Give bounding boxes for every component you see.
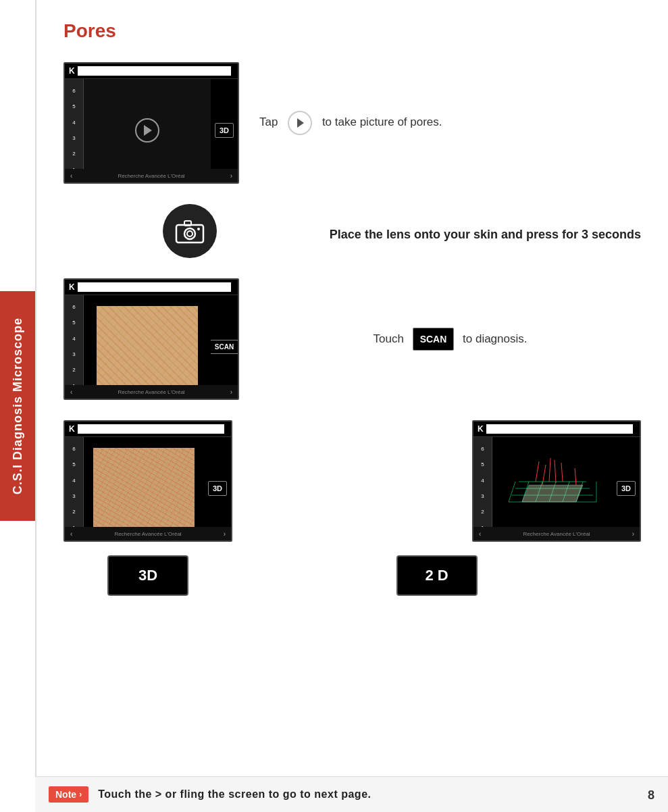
main-content: Pores K PORES 6 5 4 3 2 1 <box>35 0 668 812</box>
btn-3d-3[interactable]: 3D <box>208 481 227 496</box>
note-bar: Note › Touch the > or fling the screen t… <box>35 776 668 812</box>
btn-scan-2[interactable]: SCAN <box>210 340 238 354</box>
screen-body-4: 6 5 4 3 2 1 .mesh-line { stroke: #00ff88… <box>473 437 640 540</box>
screen-body-3: 6 5 4 3 2 1 3D <box>65 437 231 540</box>
tap-text-before: Tap <box>259 116 278 128</box>
pores-text-2: PORES <box>81 282 105 290</box>
scale2-5: 5 <box>72 320 75 326</box>
screen-header-1: K PORES <box>65 64 238 79</box>
scale3-6: 6 <box>72 446 75 452</box>
nav-right-2: › <box>230 388 232 396</box>
camera-instruction-text: Place the lens onto your skin and press … <box>316 226 641 244</box>
svg-line-9 <box>509 482 515 502</box>
instruction-text-1: Tap to take picture of pores. <box>239 111 641 135</box>
screen-footer-2: ‹ Recherche Avancée L'Oréal › <box>65 385 238 399</box>
scale-bar-1: 6 5 4 3 2 1 <box>65 79 84 182</box>
instruction-row-2: K PORES 6 5 4 3 2 1 SCAN <box>63 278 641 400</box>
note-badge-label: Note <box>55 789 76 800</box>
screen-center-1 <box>84 79 211 182</box>
footer-text-4: Recherche Avancée L'Oréal <box>523 531 590 537</box>
svg-line-20 <box>555 460 556 483</box>
mode-button-3d[interactable]: 3D <box>107 555 188 596</box>
screen-center-3 <box>84 437 204 540</box>
scale-bar-2: 6 5 4 3 2 1 <box>65 295 84 398</box>
scale3-5: 5 <box>72 461 75 467</box>
screen-right-1: 3D <box>211 79 238 182</box>
svg-line-16 <box>536 461 539 482</box>
pores-text-3: PORES <box>81 424 105 432</box>
wireframe-svg: .mesh-line { stroke: #00ff88; stroke-wid… <box>502 448 603 529</box>
svg-point-4 <box>197 228 200 230</box>
screen-footer-4: ‹ Recherche Avancée L'Oréal › <box>473 527 640 540</box>
footer-text-3: Recherche Avancée L'Oréal <box>114 531 181 537</box>
camera-instruction-row: Place the lens onto your skin and press … <box>63 204 641 265</box>
nav-left-4: ‹ <box>479 530 481 538</box>
screen-body-1: 6 5 4 3 2 1 3D <box>65 79 238 182</box>
skin-texture-red-3 <box>93 448 195 529</box>
scale3-4: 4 <box>72 478 75 484</box>
bottom-screenshots-row: K PORES 6 5 4 3 2 1 3D <box>63 420 641 542</box>
k-logo-1: K <box>69 66 75 76</box>
svg-line-17 <box>549 458 550 482</box>
scale-2: 2 <box>72 151 75 157</box>
screen-right-3: 3D <box>204 437 231 540</box>
scale4-6: 6 <box>481 446 484 452</box>
screen-header-4: K PORES <box>473 422 640 437</box>
btn-3d-4[interactable]: 3D <box>617 481 636 496</box>
device-screen-1: K PORES 6 5 4 3 2 1 <box>63 62 239 184</box>
scale-bar-3: 6 5 4 3 2 1 <box>65 437 84 540</box>
instruction-text-2: Touch SCAN to diagnosis. <box>239 328 641 351</box>
camera-icon-circle <box>163 204 217 258</box>
svg-point-2 <box>187 231 192 236</box>
footer-text-1: Recherche Avancée L'Oréal <box>118 173 184 179</box>
nav-right-4: › <box>632 530 634 538</box>
sidebar-label-bg: C.S.I Diagnosis Microscope <box>0 291 35 521</box>
device-screen-2: K PORES 6 5 4 3 2 1 SCAN <box>63 278 239 400</box>
k-logo-3: K <box>69 424 75 434</box>
note-text: Touch the > or fling the screen to go to… <box>98 788 371 801</box>
btn-3d-1[interactable]: 3D <box>215 123 234 138</box>
tap-play-icon <box>288 111 312 135</box>
scale4-5: 5 <box>481 461 484 467</box>
screen-header-3: K PORES <box>65 422 231 437</box>
note-badge: Note › <box>49 786 88 803</box>
screen-right-4: 3D <box>613 437 640 540</box>
page-title: Pores <box>63 20 641 42</box>
footer-text-2: Recherche Avancée L'Oréal <box>118 389 184 395</box>
svg-line-21 <box>575 468 576 485</box>
scale3-2: 2 <box>72 509 75 515</box>
screen-body-2: 6 5 4 3 2 1 SCAN <box>65 295 238 398</box>
nav-right-1: › <box>230 172 232 180</box>
scale2-4: 4 <box>72 336 75 342</box>
scale-4: 4 <box>72 120 75 126</box>
play-triangle <box>144 125 152 136</box>
mode-buttons-row: 3D 2 D <box>63 555 641 596</box>
scale-bar-4: 6 5 4 3 2 1 <box>473 437 492 540</box>
play-button[interactable] <box>135 118 159 143</box>
svg-line-19 <box>542 465 546 485</box>
scale-3: 3 <box>72 135 75 141</box>
mode-button-2d[interactable]: 2 D <box>396 555 478 596</box>
svg-point-1 <box>184 228 195 239</box>
nav-left-1: ‹ <box>70 172 72 180</box>
scale2-6: 6 <box>72 304 75 310</box>
instruction-row-1: K PORES 6 5 4 3 2 1 <box>63 62 641 184</box>
screen-footer-3: ‹ Recherche Avancée L'Oréal › <box>65 527 231 540</box>
note-badge-arrow: › <box>79 790 82 799</box>
scale4-2: 2 <box>481 509 484 515</box>
page-number: 8 <box>648 788 654 803</box>
scale4-3: 3 <box>481 493 484 499</box>
sidebar-label: C.S.I Diagnosis Microscope <box>11 318 25 494</box>
screen-header-2: K PORES <box>65 280 238 295</box>
scale2-3: 3 <box>72 351 75 357</box>
camera-icon <box>175 218 205 244</box>
nav-right-3: › <box>224 530 226 538</box>
touch-text-after: to diagnosis. <box>463 332 527 345</box>
scale2-2: 2 <box>72 367 75 373</box>
pores-text-1: PORES <box>81 66 105 74</box>
scan-btn-inline[interactable]: SCAN <box>413 328 455 351</box>
k-logo-4: K <box>478 424 484 434</box>
skin-texture-2 <box>97 306 198 387</box>
device-screen-3: K PORES 6 5 4 3 2 1 3D <box>63 420 232 542</box>
device-screen-4: K PORES 6 5 4 3 2 1 <box>472 420 641 542</box>
